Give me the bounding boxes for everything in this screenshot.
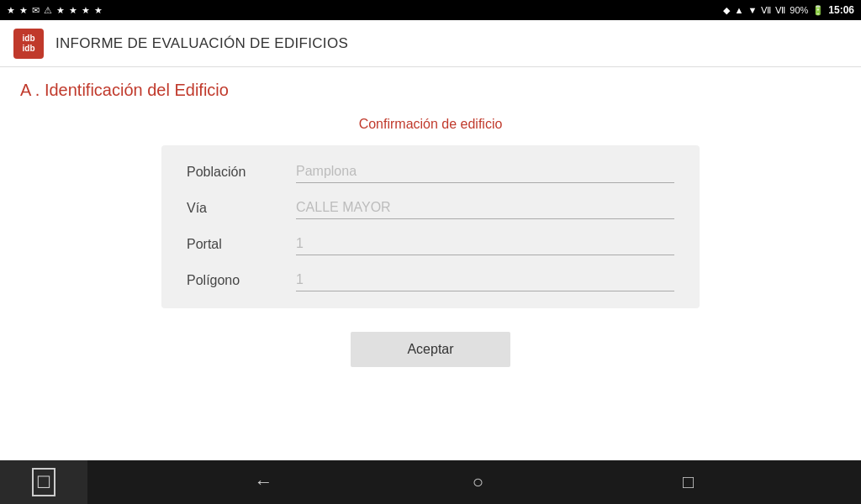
label-portal: Portal [187, 237, 296, 255]
app-icon: idb idb [13, 29, 44, 59]
wifi-icon: ▼ [747, 5, 757, 15]
form-card: Población Vía Portal Polígono [161, 145, 700, 308]
input-via[interactable] [296, 198, 674, 219]
main-content: A . Identificación del Edificio Confirma… [0, 67, 861, 460]
app-icon-text: idb idb [15, 34, 42, 54]
battery-percentage: 90% [790, 5, 808, 15]
form-row-poblacion: Población [187, 162, 674, 183]
storage-icon: ★ [94, 5, 103, 16]
accept-button[interactable]: Aceptar [351, 332, 510, 367]
battery-icon: 🔋 [812, 5, 824, 16]
nav-center-area: ← ○ □ [87, 471, 861, 493]
label-via: Vía [187, 201, 296, 219]
usb-icon: ★ [56, 5, 65, 16]
recents-icon[interactable]: □ [683, 471, 694, 493]
qr-icon[interactable]: ☐ [32, 468, 55, 496]
app-title: INFORME DE EVALUACIÓN DE EDIFICIOS [55, 35, 348, 52]
input-poligono[interactable] [296, 270, 674, 291]
bluetooth-icon: ◆ [723, 5, 730, 16]
signal2-icon: Ⅶ [775, 5, 785, 16]
input-poblacion[interactable] [296, 162, 674, 183]
input-portal[interactable] [296, 234, 674, 255]
nav-left-area: ☐ [0, 460, 87, 504]
home-icon[interactable]: ○ [473, 471, 483, 493]
unknown-icon: ★ [19, 5, 28, 16]
sim-icon: ★ [69, 5, 77, 16]
status-bar-left: ★ ★ ✉ ⚠ ★ ★ ★ ★ [7, 5, 103, 16]
app-bar: idb idb INFORME DE EVALUACIÓN DE EDIFICI… [0, 20, 861, 67]
signal-icon: Ⅶ [761, 5, 771, 16]
label-poblacion: Población [187, 165, 296, 183]
button-area: Aceptar [20, 332, 841, 367]
status-bar: ★ ★ ✉ ⚠ ★ ★ ★ ★ ◆ ▲ ▼ Ⅶ Ⅶ 90% 🔋 15:06 [0, 0, 861, 20]
back-icon[interactable]: ← [255, 471, 273, 493]
label-poligono: Polígono [187, 273, 296, 291]
confirmation-title: Confirmación de edificio [20, 117, 841, 132]
status-bar-right: ◆ ▲ ▼ Ⅶ Ⅶ 90% 🔋 15:06 [723, 4, 854, 16]
warning-icon: ⚠ [44, 5, 52, 16]
bt-icon: ★ [7, 5, 15, 16]
location-icon: ▲ [734, 5, 743, 15]
form-row-via: Vía [187, 198, 674, 219]
form-row-poligono: Polígono [187, 270, 674, 291]
mail-icon: ✉ [32, 5, 40, 16]
section-title: A . Identificación del Edificio [20, 81, 841, 100]
form-row-portal: Portal [187, 234, 674, 255]
nav-bar: ☐ ← ○ □ [0, 460, 861, 504]
status-time: 15:06 [828, 4, 854, 16]
download-icon: ★ [82, 5, 90, 16]
